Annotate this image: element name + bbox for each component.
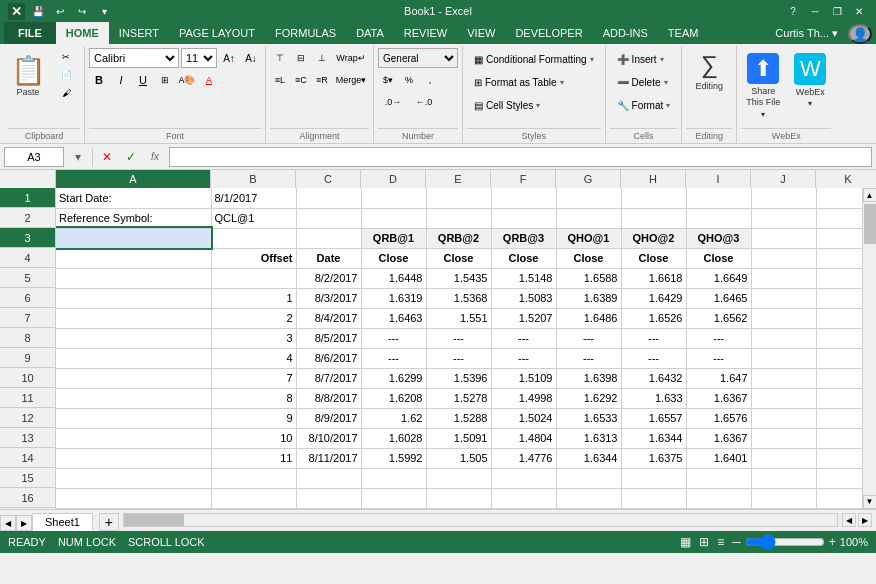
cell-k1[interactable] [816,188,862,208]
format-cell-btn[interactable]: 🔧 Format ▾ [610,94,678,116]
cell-b1[interactable]: 8/1/2017 [211,188,296,208]
cell-f8[interactable]: --- [491,328,556,348]
cell-h10[interactable]: 1.6432 [621,368,686,388]
cell-h16[interactable] [621,488,686,508]
cell-c10[interactable]: 8/7/2017 [296,368,361,388]
col-header-d[interactable]: D [361,170,426,188]
cell-i1[interactable] [686,188,751,208]
cell-k15[interactable] [816,468,862,488]
cell-f10[interactable]: 1.5109 [491,368,556,388]
cell-g9[interactable]: --- [556,348,621,368]
cell-j4[interactable] [751,248,816,268]
cell-j2[interactable] [751,208,816,228]
cell-g8[interactable]: --- [556,328,621,348]
page-layout-view-btn[interactable]: ▦ [680,535,691,549]
cell-j12[interactable] [751,408,816,428]
tab-home[interactable]: HOME [56,22,109,44]
cell-f14[interactable]: 1.4776 [491,448,556,468]
col-header-b[interactable]: B [211,170,296,188]
scroll-thumb[interactable] [864,204,876,244]
row-header-10[interactable]: 10 [0,368,55,388]
cell-c6[interactable]: 8/3/2017 [296,288,361,308]
cell-c2[interactable] [296,208,361,228]
cell-d14[interactable]: 1.5992 [361,448,426,468]
row-header-2[interactable]: 2 [0,208,55,228]
conditional-formatting-btn[interactable]: ▦ Conditional Formatting ▾ [467,48,601,70]
cell-b12[interactable]: 9 [211,408,296,428]
cell-j3[interactable] [751,228,816,248]
copy-button[interactable]: 📄 [52,66,80,83]
cell-c5[interactable]: 8/2/2017 [296,268,361,288]
cell-b3[interactable] [211,228,296,248]
row-header-11[interactable]: 11 [0,388,55,408]
cell-k3[interactable] [816,228,862,248]
cell-h6[interactable]: 1.6429 [621,288,686,308]
cell-h12[interactable]: 1.6557 [621,408,686,428]
col-header-k[interactable]: K [816,170,876,188]
row-header-8[interactable]: 8 [0,328,55,348]
format-as-table-btn[interactable]: ⊞ Format as Table ▾ [467,71,571,93]
insert-function-btn[interactable]: fx [145,147,165,167]
cell-g1[interactable] [556,188,621,208]
cell-g5[interactable]: 1.6588 [556,268,621,288]
cell-a8[interactable] [56,328,211,348]
cell-b7[interactable]: 2 [211,308,296,328]
cell-h15[interactable] [621,468,686,488]
cell-j13[interactable] [751,428,816,448]
cell-b8[interactable]: 3 [211,328,296,348]
cell-i2[interactable] [686,208,751,228]
tab-view[interactable]: VIEW [457,22,505,44]
editing-btn[interactable]: ∑ Editing [689,48,729,108]
cell-j6[interactable] [751,288,816,308]
cell-k4[interactable] [816,248,862,268]
cell-e1[interactable] [426,188,491,208]
percent-btn[interactable]: % [399,70,419,90]
cell-i12[interactable]: 1.6576 [686,408,751,428]
cell-a2[interactable]: Reference Symbol: [56,208,211,228]
cell-i11[interactable]: 1.6367 [686,388,751,408]
left-align-btn[interactable]: ≡L [270,70,290,90]
cell-h9[interactable]: --- [621,348,686,368]
cell-i13[interactable]: 1.6367 [686,428,751,448]
nav-scroll-btn2[interactable]: ▶ [858,513,872,527]
cell-c8[interactable]: 8/5/2017 [296,328,361,348]
h-scroll-thumb[interactable] [124,514,184,526]
font-size-select[interactable]: 11 [181,48,217,68]
cell-a12[interactable] [56,408,211,428]
cell-k7[interactable] [816,308,862,328]
cell-a10[interactable] [56,368,211,388]
row-header-9[interactable]: 9 [0,348,55,368]
delete-cell-btn[interactable]: ➖ Delete ▾ [610,71,675,93]
cell-g11[interactable]: 1.6292 [556,388,621,408]
cell-d3[interactable]: QRB@1 [361,228,426,248]
cell-k14[interactable] [816,448,862,468]
cell-j14[interactable] [751,448,816,468]
cell-e14[interactable]: 1.505 [426,448,491,468]
webex-btn[interactable]: W WebEx ▾ [789,50,831,122]
cell-e2[interactable] [426,208,491,228]
decrease-font-btn[interactable]: A↓ [241,48,261,68]
cell-b13[interactable]: 10 [211,428,296,448]
underline-button[interactable]: U [133,70,153,90]
vertical-scrollbar[interactable]: ▲ ▼ [862,188,876,509]
formula-dropdown-btn[interactable]: ▾ [68,147,88,167]
cell-b15[interactable] [211,468,296,488]
cell-d6[interactable]: 1.6319 [361,288,426,308]
cell-f2[interactable] [491,208,556,228]
quick-redo-btn[interactable]: ↪ [73,4,91,18]
col-header-h[interactable]: H [621,170,686,188]
insert-cell-btn[interactable]: ➕ Insert ▾ [610,48,671,70]
cell-d2[interactable] [361,208,426,228]
cell-c11[interactable]: 8/8/2017 [296,388,361,408]
paste-button[interactable]: 📋 Paste [8,48,48,102]
cancel-formula-btn[interactable]: ✕ [97,147,117,167]
cell-f1[interactable] [491,188,556,208]
scroll-up-btn[interactable]: ▲ [863,188,877,202]
cell-e8[interactable]: --- [426,328,491,348]
cut-button[interactable]: ✂ [52,48,80,65]
cell-k12[interactable] [816,408,862,428]
customize-btn[interactable]: ▾ [95,4,113,18]
tab-data[interactable]: DATA [346,22,394,44]
cell-c9[interactable]: 8/6/2017 [296,348,361,368]
cell-f9[interactable]: --- [491,348,556,368]
